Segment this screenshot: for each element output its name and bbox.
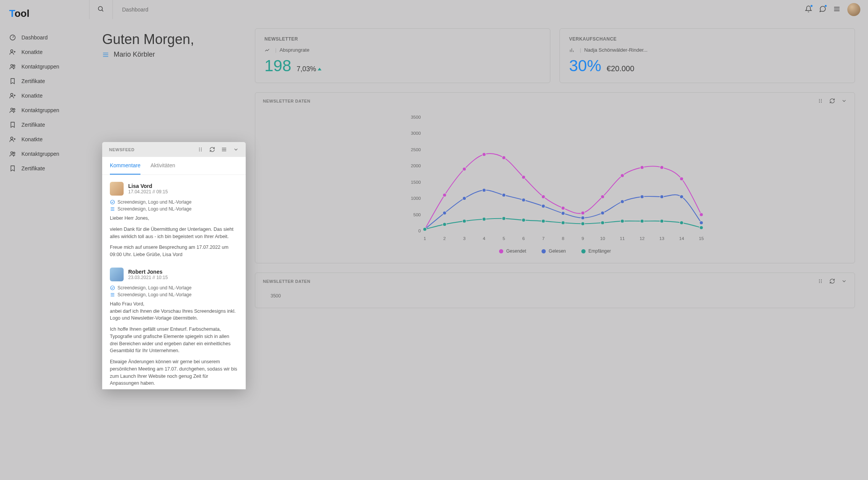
svg-point-101 — [680, 195, 684, 199]
tab-kommentare[interactable]: Kommentare — [110, 157, 140, 175]
kpi-title: VERKAUFSCHANCE — [569, 36, 845, 42]
svg-point-93 — [522, 198, 525, 202]
comment-body: Lieber Herr Jones,vielen Dank für die Üb… — [110, 215, 238, 258]
drag-icon[interactable] — [197, 147, 203, 152]
legend-item[interactable]: Gesendet — [499, 248, 526, 254]
svg-text:10: 10 — [600, 236, 605, 241]
svg-point-115 — [660, 219, 664, 223]
newsfeed-card: NEWSFEED KommentareAktivitäten Lisa Vord… — [102, 142, 246, 389]
svg-text:2500: 2500 — [411, 147, 421, 152]
legend-item[interactable]: Empfänger — [581, 248, 611, 254]
sidebar-item-konatkte[interactable]: Konatkte — [0, 132, 89, 147]
sidebar-item-label: Dashboard — [21, 34, 48, 41]
sidebar-item-kontaktgruppen[interactable]: Kontaktgruppen — [0, 103, 89, 118]
svg-point-24 — [199, 148, 200, 149]
newsfeed-title: NEWSFEED — [109, 147, 134, 152]
svg-point-99 — [640, 195, 644, 199]
sidebar-item-zertifikate[interactable]: Zertifikate — [0, 118, 89, 132]
svg-text:12: 12 — [640, 236, 644, 241]
svg-point-4 — [11, 64, 13, 66]
svg-text:2000: 2000 — [411, 163, 421, 168]
logo[interactable]: Tool — [0, 0, 89, 30]
chart-card-1: NEWSLETTER DATEN 05001000150020002500300… — [255, 92, 855, 263]
tab-aktivitäten[interactable]: Aktivitäten — [150, 157, 175, 175]
refresh-icon[interactable] — [829, 278, 835, 284]
svg-text:4: 4 — [483, 236, 486, 241]
chevron-down-icon[interactable] — [841, 278, 847, 284]
breadcrumb: Dashboard — [122, 7, 148, 13]
sidebar-item-kontaktgruppen[interactable]: Kontaktgruppen — [0, 59, 89, 74]
comment-tag: Screendesign, Logo und NL-Vorlage — [110, 199, 238, 205]
sidebar-item-label: Kontaktgruppen — [21, 107, 59, 113]
list-icon — [102, 51, 109, 58]
svg-point-112 — [601, 221, 605, 225]
sidebar-item-label: Zertifikate — [21, 78, 45, 84]
chevron-down-icon[interactable] — [841, 98, 847, 104]
svg-point-113 — [620, 219, 624, 223]
drag-icon[interactable] — [817, 98, 823, 104]
menu-icon[interactable] — [833, 5, 840, 14]
svg-point-80 — [561, 206, 565, 210]
svg-line-17 — [102, 10, 103, 11]
comment: Lisa Vord17.04.2021 // 09:15Screendesign… — [110, 182, 238, 258]
list-icon[interactable] — [221, 147, 227, 152]
svg-point-106 — [482, 217, 486, 221]
drag-icon[interactable] — [817, 278, 823, 284]
refresh-icon[interactable] — [209, 147, 215, 152]
newsfeed-tabs: KommentareAktivitäten — [102, 157, 246, 175]
svg-point-91 — [482, 188, 486, 192]
sidebar-item-zertifikate[interactable]: Zertifikate — [0, 74, 89, 88]
svg-point-118 — [819, 279, 820, 280]
svg-point-76 — [482, 153, 486, 157]
sidebar-item-label: Konatkte — [21, 93, 42, 99]
comment-tag: Screendesign, Logo und NL-Vorlage — [110, 285, 238, 291]
svg-text:9: 9 — [582, 236, 584, 241]
svg-point-121 — [821, 281, 822, 282]
bar-chart-icon — [569, 47, 574, 53]
chat-icon[interactable] — [819, 5, 826, 14]
kpi-verkaufschance: VERKAUFSCHANCE | Nadja Schönwälder-Rinde… — [560, 28, 855, 83]
svg-point-104 — [443, 222, 447, 226]
kpi-value: 30% — [569, 57, 601, 75]
svg-point-6 — [11, 93, 13, 96]
svg-point-77 — [502, 156, 506, 160]
kpi-value: 198 — [264, 57, 291, 75]
svg-point-11 — [11, 137, 13, 139]
svg-point-27 — [201, 149, 202, 150]
refresh-icon[interactable] — [829, 98, 835, 104]
comment-tag: Screendesign, Logo und NL-Vorlage — [110, 206, 238, 212]
svg-point-119 — [821, 279, 822, 280]
svg-point-47 — [821, 101, 822, 101]
sidebar-item-zertifikate[interactable]: Zertifikate — [0, 161, 89, 176]
sidebar-item-konatkte[interactable]: Konatkte — [0, 45, 89, 59]
comment-date: 23.03.2021 // 10:15 — [128, 275, 168, 280]
svg-point-123 — [821, 282, 822, 283]
svg-text:500: 500 — [413, 212, 421, 217]
svg-point-86 — [680, 177, 684, 181]
chart-title: NEWSLETTER DATEN — [263, 99, 310, 103]
avatar[interactable] — [847, 3, 860, 16]
svg-point-110 — [561, 221, 565, 225]
svg-point-48 — [819, 102, 820, 103]
svg-point-89 — [443, 211, 447, 215]
sidebar-item-konatkte[interactable]: Konatkte — [0, 88, 89, 103]
legend-item[interactable]: Gelesen — [542, 248, 566, 254]
sidebar-item-dashboard[interactable]: Dashboard — [0, 30, 89, 45]
svg-point-28 — [199, 150, 200, 151]
sidebar-item-kontaktgruppen[interactable]: Kontaktgruppen — [0, 147, 89, 161]
svg-point-81 — [581, 211, 585, 215]
svg-point-25 — [201, 148, 202, 149]
svg-text:7: 7 — [542, 236, 545, 241]
svg-point-122 — [819, 282, 820, 283]
svg-text:3500: 3500 — [411, 114, 421, 119]
svg-point-111 — [581, 222, 585, 226]
svg-point-9 — [11, 108, 13, 110]
search-icon[interactable] — [97, 5, 104, 14]
svg-text:13: 13 — [659, 236, 664, 241]
chevron-down-icon[interactable] — [233, 147, 239, 152]
bell-icon[interactable] — [805, 5, 812, 14]
svg-text:15: 15 — [699, 236, 704, 241]
svg-text:3: 3 — [463, 236, 466, 241]
svg-point-116 — [680, 221, 684, 225]
svg-point-102 — [700, 221, 703, 225]
